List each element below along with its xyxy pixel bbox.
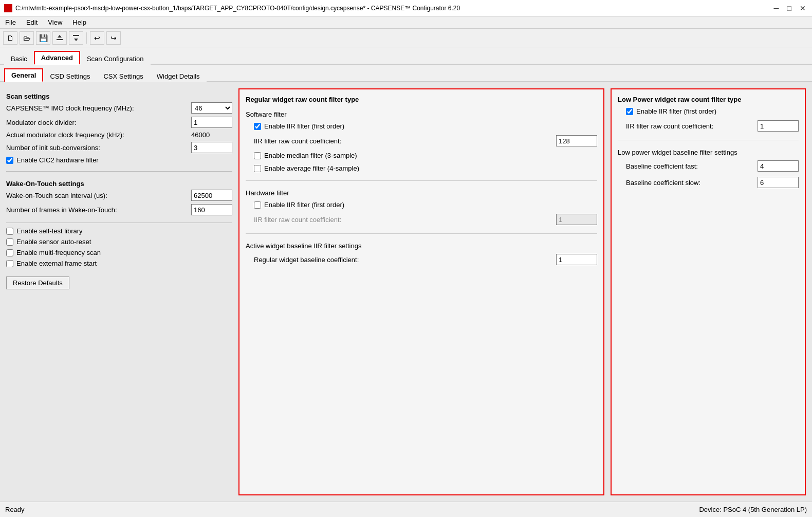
sub-tab-bar: General CSD Settings CSX Settings Widget… bbox=[0, 65, 812, 82]
median-filter-checkbox[interactable] bbox=[254, 152, 261, 159]
close-button[interactable]: ✕ bbox=[798, 4, 808, 12]
menu-file[interactable]: File bbox=[2, 17, 19, 27]
sw-iir-coeff-row: IIR filter raw count coefficient: bbox=[246, 135, 597, 146]
init-sub-conversions-input[interactable] bbox=[191, 142, 232, 153]
sw-iir-filter-row: Enable IIR filter (first order) bbox=[246, 122, 597, 130]
export-button[interactable] bbox=[52, 31, 67, 45]
baseline-coeff-slow-row: Baseline coefficient slow: bbox=[618, 177, 799, 188]
title-bar-left: C:/mtw/mtb-example-psoc4-msclp-low-power… bbox=[4, 4, 460, 12]
hw-iir-coeff-label: IIR filter raw count coefficient: bbox=[254, 216, 556, 224]
sensor-auto-reset-checkbox[interactable] bbox=[6, 238, 13, 246]
sub-tab-csx-settings[interactable]: CSX Settings bbox=[97, 70, 150, 82]
sensor-auto-reset-label: Enable sensor auto-reset bbox=[16, 238, 91, 246]
cic2-filter-label: Enable CIC2 hardware filter bbox=[16, 156, 99, 164]
new-button[interactable]: 🗋 bbox=[3, 31, 17, 45]
average-filter-checkbox[interactable] bbox=[254, 165, 261, 172]
regular-baseline-coeff-label: Regular widget baseline coefficient: bbox=[254, 256, 556, 264]
average-filter-row: Enable average filter (4-sample) bbox=[246, 164, 597, 172]
multi-freq-scan-row: Enable multi-frequency scan bbox=[6, 249, 232, 256]
actual-mod-clock-value: 46000 bbox=[191, 131, 232, 139]
wot-settings-label: Wake-On-Touch settings bbox=[6, 180, 232, 188]
cic2-filter-row: Enable CIC2 hardware filter bbox=[6, 156, 232, 164]
title-bar-controls: ─ □ ✕ bbox=[772, 4, 808, 12]
minimize-button[interactable]: ─ bbox=[772, 4, 781, 12]
sw-iir-filter-checkbox[interactable] bbox=[254, 123, 261, 130]
tab-basic[interactable]: Basic bbox=[4, 52, 34, 65]
wot-frames-row: Number of frames in Wake-on-Touch: bbox=[6, 204, 232, 215]
sub-tab-general[interactable]: General bbox=[4, 68, 43, 82]
hw-iir-filter-row: Enable IIR filter (first order) bbox=[246, 201, 597, 209]
hw-iir-coeff-input bbox=[556, 214, 597, 225]
multi-freq-scan-checkbox[interactable] bbox=[6, 249, 13, 256]
baseline-coeff-fast-row: Baseline coefficient fast: bbox=[618, 160, 799, 172]
actual-mod-clock-label: Actual modulator clock frequency (kHz): bbox=[6, 131, 191, 139]
baseline-coeff-fast-input[interactable] bbox=[758, 160, 799, 172]
self-test-checkbox[interactable] bbox=[6, 228, 13, 235]
title-bar: C:/mtw/mtb-example-psoc4-msclp-low-power… bbox=[0, 0, 812, 16]
active-baseline-title: Active widget baseline IIR filter settin… bbox=[246, 242, 597, 250]
redo-button[interactable]: ↪ bbox=[106, 31, 121, 45]
sw-iir-filter-label: Enable IIR filter (first order) bbox=[264, 122, 344, 130]
cic2-filter-checkbox[interactable] bbox=[6, 157, 13, 164]
tab-advanced[interactable]: Advanced bbox=[34, 51, 80, 65]
status-right: Device: PSoC 4 (5th Generation LP) bbox=[699, 506, 807, 513]
baseline-coeff-slow-input[interactable] bbox=[758, 177, 799, 188]
lp-iir-coeff-row: IIR filter raw count coefficient: bbox=[618, 120, 799, 132]
middle-panel-title: Regular widget raw count filter type bbox=[246, 96, 597, 103]
toolbar-separator bbox=[86, 32, 87, 44]
export2-button[interactable] bbox=[69, 31, 83, 45]
divider-2 bbox=[6, 223, 232, 223]
imo-clock-label: CAPSENSE™ IMO clock frequency (MHz): bbox=[6, 104, 191, 112]
baseline-coeff-slow-label: Baseline coefficient slow: bbox=[626, 179, 758, 187]
left-panel: Scan settings CAPSENSE™ IMO clock freque… bbox=[6, 88, 232, 495]
sub-tab-widget-details[interactable]: Widget Details bbox=[150, 70, 207, 82]
menu-help[interactable]: Help bbox=[69, 17, 89, 27]
status-bar: Ready Device: PSoC 4 (5th Generation LP) bbox=[0, 502, 812, 517]
restore-defaults-button[interactable]: Restore Defaults bbox=[6, 276, 69, 289]
hw-iir-filter-checkbox[interactable] bbox=[254, 201, 261, 209]
sub-tab-csd-settings[interactable]: CSD Settings bbox=[43, 70, 97, 82]
export2-icon bbox=[72, 34, 80, 42]
multi-freq-scan-label: Enable multi-frequency scan bbox=[16, 249, 101, 256]
lp-iir-filter-label: Enable IIR filter (first order) bbox=[636, 107, 716, 115]
lp-iir-filter-checkbox[interactable] bbox=[626, 108, 633, 115]
wot-scan-interval-input[interactable] bbox=[191, 190, 232, 201]
imo-clock-select[interactable]: 46 bbox=[191, 102, 232, 114]
wot-scan-interval-row: Wake-on-Touch scan interval (us): bbox=[6, 190, 232, 201]
menu-edit[interactable]: Edit bbox=[23, 17, 41, 27]
scan-settings-label: Scan settings bbox=[6, 93, 232, 100]
tab-scan-configuration[interactable]: Scan Configuration bbox=[80, 52, 151, 65]
self-test-label: Enable self-test library bbox=[16, 227, 83, 235]
lp-iir-coeff-input[interactable] bbox=[758, 120, 799, 132]
app-icon bbox=[4, 4, 12, 12]
average-filter-label: Enable average filter (4-sample) bbox=[264, 164, 359, 172]
menu-view[interactable]: View bbox=[45, 17, 65, 27]
middle-panel: Regular widget raw count filter type Sof… bbox=[238, 88, 604, 495]
open-button[interactable]: 🗁 bbox=[20, 31, 34, 45]
ext-frame-start-checkbox[interactable] bbox=[6, 260, 13, 267]
mod-clock-divider-input[interactable] bbox=[191, 117, 232, 128]
median-filter-label: Enable median filter (3-sample) bbox=[264, 152, 357, 159]
middle-divider-2 bbox=[246, 233, 597, 234]
lp-baseline-title: Low power widget baseline filter setting… bbox=[618, 149, 799, 156]
baseline-coeff-fast-label: Baseline coefficient fast: bbox=[626, 162, 758, 170]
svg-marker-3 bbox=[74, 39, 78, 41]
status-left: Ready bbox=[5, 506, 25, 513]
lp-iir-coeff-label: IIR filter raw count coefficient: bbox=[626, 122, 758, 130]
export-icon bbox=[56, 34, 64, 42]
wot-frames-input[interactable] bbox=[191, 204, 232, 215]
self-test-row: Enable self-test library bbox=[6, 227, 232, 235]
wot-frames-label: Number of frames in Wake-on-Touch: bbox=[6, 206, 191, 214]
undo-button[interactable]: ↩ bbox=[90, 31, 104, 45]
wot-scan-interval-label: Wake-on-Touch scan interval (us): bbox=[6, 192, 191, 199]
ext-frame-start-label: Enable external frame start bbox=[16, 260, 97, 267]
maximize-button[interactable]: □ bbox=[785, 4, 793, 12]
save-button[interactable]: 💾 bbox=[36, 31, 50, 45]
regular-baseline-coeff-input[interactable] bbox=[556, 254, 597, 265]
ext-frame-start-row: Enable external frame start bbox=[6, 260, 232, 267]
hw-iir-coeff-row: IIR filter raw count coefficient: bbox=[246, 214, 597, 225]
middle-divider-1 bbox=[246, 180, 597, 181]
hw-iir-filter-label: Enable IIR filter (first order) bbox=[264, 201, 344, 209]
svg-rect-2 bbox=[73, 35, 79, 36]
sw-iir-coeff-input[interactable] bbox=[556, 135, 597, 146]
